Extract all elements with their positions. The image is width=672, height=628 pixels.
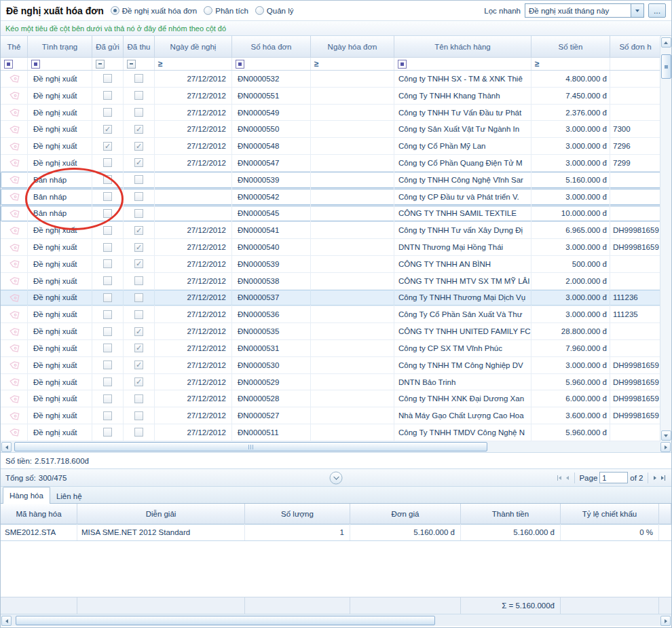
filter-cell-3[interactable] <box>124 58 155 70</box>
received-checkbox[interactable] <box>134 108 143 117</box>
radio-analysis[interactable]: Phân tích <box>204 6 248 15</box>
received-checkbox[interactable] <box>134 293 143 302</box>
table-row[interactable]: Đề nghị xuất27/12/2012ĐN0000538CÔNG TY T… <box>1 273 671 290</box>
tag-icon[interactable] <box>9 108 20 117</box>
table-row[interactable]: Đề nghị xuất27/12/2012ĐN0000528Công ty T… <box>1 390 671 407</box>
last-page-button[interactable] <box>660 473 667 483</box>
tag-icon[interactable] <box>9 192 20 201</box>
table-row[interactable]: Đề nghị xuất27/12/2012ĐN0000550Công ty S… <box>1 121 671 138</box>
page-input[interactable] <box>599 472 628 483</box>
table-row[interactable]: Đề nghị xuất27/12/2012ĐN0000531Công ty C… <box>1 340 671 357</box>
received-checkbox[interactable] <box>134 394 143 403</box>
tag-icon[interactable] <box>9 327 20 336</box>
tag-icon[interactable] <box>9 158 20 167</box>
horizontal-scroll-thumb[interactable] <box>16 616 435 625</box>
filter-cell-2[interactable] <box>92 58 124 70</box>
tag-icon[interactable] <box>9 293 20 302</box>
sent-checkbox[interactable] <box>103 125 112 134</box>
sent-checkbox[interactable] <box>103 192 112 201</box>
radio-management[interactable]: Quản lý <box>255 6 294 15</box>
column-header-4[interactable]: Ngày đề nghị <box>155 36 232 57</box>
received-checkbox[interactable] <box>134 361 143 369</box>
column-header-3[interactable]: Đã thu <box>124 36 155 57</box>
column-header-8[interactable]: Số tiền <box>531 36 610 57</box>
sent-checkbox[interactable] <box>103 142 112 151</box>
sent-checkbox[interactable] <box>103 108 112 117</box>
filter-cell-6[interactable]: ≥ <box>311 58 394 70</box>
filter-cell-8[interactable]: ≥ <box>531 58 610 70</box>
received-checkbox[interactable] <box>134 243 143 252</box>
sent-checkbox[interactable] <box>103 74 112 83</box>
tag-icon[interactable] <box>9 259 20 268</box>
sent-checkbox[interactable] <box>103 344 112 352</box>
sent-checkbox[interactable] <box>103 158 112 167</box>
prev-page-button[interactable] <box>565 473 570 483</box>
column-header-5[interactable]: Số hóa đơn <box>232 36 311 57</box>
received-checkbox[interactable] <box>134 276 143 285</box>
table-row[interactable]: Bản nhápĐN0000539Công ty TNHH Công Nghệ … <box>1 172 671 189</box>
table-row[interactable]: Đề nghị xuất27/12/2012ĐN0000535CÔNG TY T… <box>1 323 671 340</box>
tag-icon[interactable] <box>9 394 20 403</box>
scroll-down-button[interactable] <box>661 430 671 441</box>
column-header-0[interactable]: Thẻ <box>1 36 28 57</box>
received-checkbox[interactable] <box>134 327 143 336</box>
vertical-scrollbar[interactable] <box>660 37 671 441</box>
scroll-right-button[interactable] <box>660 616 671 626</box>
sent-checkbox[interactable] <box>103 276 112 285</box>
filter-cell-0[interactable] <box>1 58 28 70</box>
detail-column-header-2[interactable]: Số lượng <box>245 504 350 523</box>
tag-icon[interactable] <box>9 142 20 151</box>
sent-checkbox[interactable] <box>103 293 112 302</box>
detail-row[interactable]: SME2012.STAMISA SME.NET 2012 Standard15.… <box>1 524 671 541</box>
received-checkbox[interactable] <box>134 192 143 201</box>
sent-checkbox[interactable] <box>103 91 112 100</box>
received-checkbox[interactable] <box>134 310 143 319</box>
tag-icon[interactable] <box>9 91 20 100</box>
table-row[interactable]: Đề nghị xuất27/12/2012ĐN0000551Công Ty T… <box>1 88 671 105</box>
received-checkbox[interactable] <box>134 259 143 268</box>
table-row[interactable]: Đề nghị xuất27/12/2012ĐN0000527Nhà Máy G… <box>1 407 671 424</box>
table-row[interactable]: Đề nghị xuất27/12/2012ĐN0000537Công Ty T… <box>1 290 671 307</box>
table-row[interactable]: Đề nghị xuất27/12/2012ĐN0000536Công Ty C… <box>1 306 671 323</box>
grid-horizontal-scrollbar[interactable] <box>1 441 671 453</box>
filter-cell-7[interactable] <box>394 58 531 70</box>
sent-checkbox[interactable] <box>103 394 112 403</box>
table-row[interactable]: Đề nghị xuất27/12/2012ĐN0000530Công ty T… <box>1 357 671 374</box>
sent-checkbox[interactable] <box>103 209 112 218</box>
horizontal-scroll-thumb[interactable] <box>14 442 487 451</box>
sent-checkbox[interactable] <box>103 411 112 420</box>
received-checkbox[interactable] <box>134 74 143 83</box>
scroll-left-button[interactable] <box>1 616 12 626</box>
bottom-horizontal-scrollbar[interactable] <box>1 614 671 626</box>
table-row[interactable]: Đề nghị xuất27/12/2012ĐN0000548Công ty C… <box>1 138 671 155</box>
tag-icon[interactable] <box>9 125 20 134</box>
sent-checkbox[interactable] <box>103 327 112 336</box>
table-row[interactable]: Đề nghị xuất27/12/2012ĐN0000532Công ty T… <box>1 71 671 88</box>
radio-invoice-request[interactable]: Đề nghị xuất hóa đơn <box>111 6 197 15</box>
tag-icon[interactable] <box>9 276 20 285</box>
column-header-2[interactable]: Đã gửi <box>92 36 124 57</box>
received-checkbox[interactable] <box>134 142 143 151</box>
received-checkbox[interactable] <box>134 226 143 235</box>
next-page-button[interactable] <box>652 473 658 483</box>
tag-icon[interactable] <box>9 361 20 369</box>
sent-checkbox[interactable] <box>103 226 112 235</box>
tag-icon[interactable] <box>9 243 20 252</box>
detail-column-header-3[interactable]: Đơn giá <box>350 504 461 523</box>
table-row[interactable]: Bản nhápĐN0000542Công ty CP Đầu tư và Ph… <box>1 189 671 206</box>
tag-icon[interactable] <box>9 377 20 386</box>
tag-icon[interactable] <box>9 310 20 319</box>
table-row[interactable]: Bản nhápĐN0000545CÔNG TY TNHH SAMIL TEXT… <box>1 206 671 223</box>
tag-icon[interactable] <box>9 344 20 352</box>
filter-cell-1[interactable] <box>28 58 92 70</box>
received-checkbox[interactable] <box>134 428 143 437</box>
sent-checkbox[interactable] <box>103 243 112 252</box>
more-filter-button[interactable]: ... <box>648 3 666 18</box>
received-checkbox[interactable] <box>134 158 143 167</box>
column-header-9[interactable]: Số đơn h <box>610 36 661 57</box>
collapse-detail-button[interactable] <box>330 471 343 484</box>
table-row[interactable]: Đề nghị xuất27/12/2012ĐN0000541Công ty T… <box>1 222 671 239</box>
detail-column-header-0[interactable]: Mã hàng hóa <box>1 504 77 523</box>
filter-cell-5[interactable] <box>232 58 311 70</box>
received-checkbox[interactable] <box>134 125 143 134</box>
